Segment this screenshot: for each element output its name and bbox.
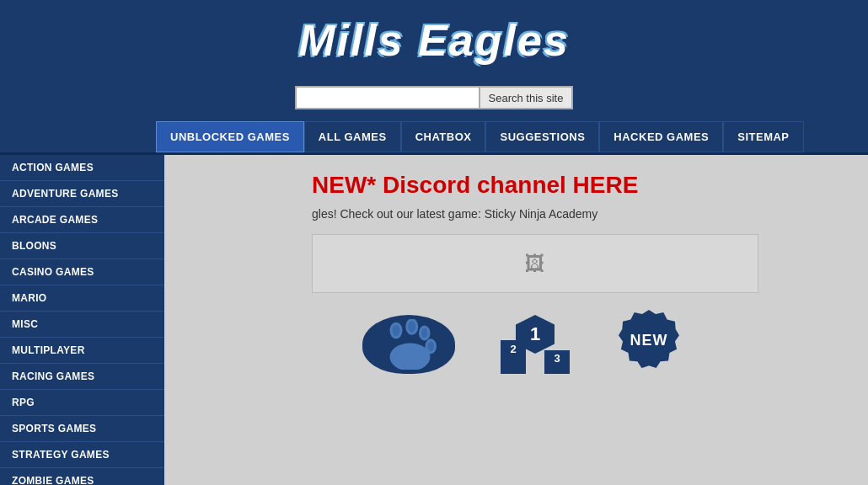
nav-item-hacked-games[interactable]: HACKED GAMES — [599, 121, 723, 152]
dropdown-action-games[interactable]: ACTION GAMES — [0, 155, 164, 181]
first-place-number: 1 — [530, 323, 540, 345]
dropdown-bloons[interactable]: BLOONS — [0, 233, 164, 259]
nav-item-all-games[interactable]: ALL GAMES — [304, 121, 401, 152]
dropdown-casino-games[interactable]: CASINO GAMES — [0, 259, 164, 285]
nav-item-suggestions[interactable]: SUGGESTIONS — [485, 121, 599, 152]
site-title: Mills Eagles — [0, 15, 868, 66]
dropdown-adventure-games[interactable]: ADVENTURE GAMES — [0, 181, 164, 207]
search-input[interactable] — [295, 86, 480, 109]
new-badge-text: NEW — [630, 332, 668, 349]
svg-point-6 — [408, 321, 415, 333]
dropdown-misc[interactable]: MISC — [0, 312, 164, 338]
podium-icon[interactable]: 1 2 3 — [489, 315, 581, 374]
latest-game-text: gles! Check out our latest game: Sticky … — [312, 207, 851, 221]
dropdown-zombie-games[interactable]: ZOMBIE GAMES — [0, 468, 164, 485]
second-place-number: 2 — [510, 343, 516, 355]
dropdown-racing-games[interactable]: RACING GAMES — [0, 364, 164, 390]
svg-point-4 — [390, 344, 431, 370]
third-place-number: 3 — [554, 352, 560, 365]
bottom-icons-row: 1 2 3 NEW — [312, 306, 851, 374]
dropdown-sports-games[interactable]: SPORTS GAMES — [0, 416, 164, 442]
svg-point-5 — [393, 325, 400, 337]
third-place-block: 3 — [544, 350, 570, 374]
paw-svg — [375, 319, 442, 370]
dropdown-multiplayer[interactable]: MULTIPLAYER — [0, 338, 164, 364]
site-header: Mills Eagles — [0, 0, 868, 79]
main-content: ACTION GAMES ADVENTURE GAMES ARCADE GAME… — [0, 155, 868, 485]
nav-item-chatbox[interactable]: CHATBOX — [401, 121, 486, 152]
search-button[interactable]: Search this site — [480, 86, 574, 109]
broken-image-icon: 🖼 — [525, 252, 545, 275]
dropdown-strategy-games[interactable]: STRATEGY GAMES — [0, 442, 164, 468]
search-bar: Search this site — [0, 79, 868, 121]
image-placeholder: 🖼 — [312, 234, 758, 293]
dropdown-arcade-games[interactable]: ARCADE GAMES — [0, 207, 164, 233]
dropdown-mario[interactable]: MARIO — [0, 285, 164, 312]
new-badge-wrap: NEW — [615, 306, 683, 374]
dropdown-menu: ACTION GAMES ADVENTURE GAMES ARCADE GAME… — [0, 155, 164, 485]
second-place-block: 2 — [501, 340, 526, 374]
paw-icon[interactable] — [362, 315, 455, 374]
dropdown-rpg[interactable]: RPG — [0, 390, 164, 416]
svg-point-7 — [421, 328, 428, 338]
discord-banner[interactable]: NEW* Discord channel HERE — [312, 172, 851, 199]
left-sidebar — [164, 155, 295, 485]
nav-item-unblocked-games[interactable]: UNBLOCKED GAMES — [156, 121, 304, 152]
new-badge: NEW — [619, 310, 679, 370]
nav-item-sitemap[interactable]: SITEMAP — [723, 121, 803, 152]
svg-point-8 — [428, 341, 435, 351]
content-area: NEW* Discord channel HERE gles! Check ou… — [295, 155, 868, 485]
navbar: UNBLOCKED GAMES ALL GAMES CHATBOX SUGGES… — [0, 121, 868, 155]
